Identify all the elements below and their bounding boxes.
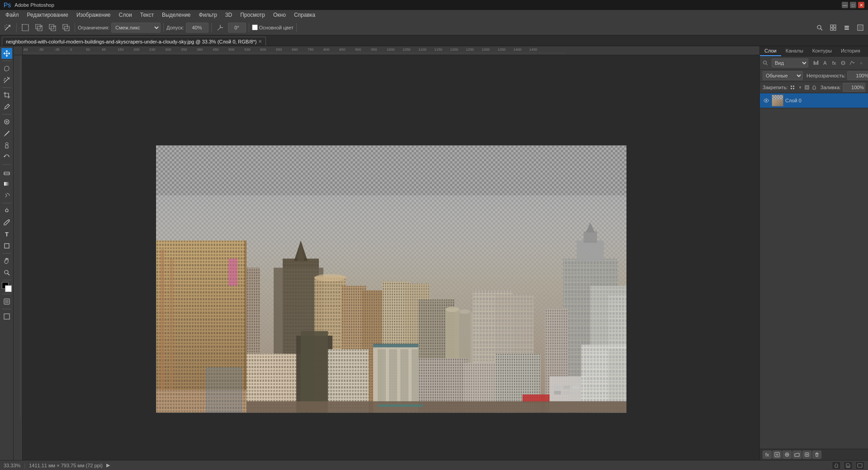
- layers-view-select[interactable]: Вид По виду: [772, 58, 808, 67]
- doc-tab-close[interactable]: ✕: [258, 39, 262, 44]
- layer-visibility-toggle[interactable]: [763, 97, 770, 104]
- svg-rect-110: [170, 259, 173, 412]
- subtract-selection-btn[interactable]: −: [47, 22, 58, 34]
- tolerance-input[interactable]: 40%: [186, 23, 209, 33]
- text-tool-btn[interactable]: T: [1, 229, 12, 240]
- lock-all-btn[interactable]: [811, 83, 817, 91]
- screen-mode-lt-btn[interactable]: [1, 311, 12, 322]
- tab-paths[interactable]: Контуры: [808, 46, 836, 56]
- menu-layers[interactable]: Слои: [115, 11, 136, 19]
- move-tool-btn[interactable]: [1, 48, 12, 59]
- dodge-tool-btn[interactable]: [1, 205, 12, 216]
- layers-filter-effect-btn[interactable]: fx: [830, 59, 838, 67]
- menu-edit[interactable]: Редактирование: [24, 11, 72, 19]
- status-arrow[interactable]: ▶: [106, 462, 110, 468]
- gradient-tool-btn[interactable]: [1, 178, 12, 189]
- add-layer-mask-btn[interactable]: [773, 451, 782, 459]
- status-view-btn[interactable]: [855, 461, 864, 470]
- layers-filter-mode-btn[interactable]: [839, 59, 847, 67]
- menu-filter[interactable]: Фильтр: [195, 11, 221, 19]
- main-color-checkbox[interactable]: [252, 24, 258, 30]
- svg-line-11: [821, 29, 822, 30]
- lock-artboard-btn[interactable]: [804, 83, 810, 91]
- menu-select[interactable]: Выделение: [158, 11, 194, 19]
- doc-tab-main[interactable]: neighborhood-with-colorful-modern-buildi…: [2, 37, 266, 46]
- ruler-top: -60 -50 -35 0 50 85 150 200 230 300 350 …: [23, 46, 759, 55]
- layers-filter-name-btn[interactable]: A: [821, 59, 829, 67]
- angle-input[interactable]: 0°: [228, 23, 246, 33]
- delete-layer-btn[interactable]: [812, 451, 821, 459]
- menu-file[interactable]: Файл: [2, 11, 23, 19]
- quick-mask-btn[interactable]: [1, 296, 12, 307]
- create-group-btn[interactable]: [792, 451, 802, 459]
- tab-history[interactable]: История: [836, 46, 865, 56]
- canvas-viewport[interactable]: [23, 55, 759, 460]
- svg-text:950: 950: [371, 48, 377, 52]
- tab-layers[interactable]: Слои: [760, 46, 781, 56]
- shape-tool-btn[interactable]: [1, 240, 12, 251]
- svg-text:450: 450: [213, 48, 219, 52]
- eraser-tool-btn[interactable]: [1, 167, 12, 177]
- blend-mode-select[interactable]: Обычные Умножение Экран Перекрытие: [763, 71, 803, 80]
- menu-window[interactable]: Окно: [270, 11, 289, 19]
- lock-position-btn[interactable]: [797, 83, 802, 91]
- menu-help[interactable]: Справка: [290, 11, 319, 19]
- status-save-btn[interactable]: [844, 461, 853, 470]
- canvas-area[interactable]: -60 -50 -35 0 50 85 150 200 230 300 350 …: [14, 46, 759, 460]
- maximize-button[interactable]: □: [850, 2, 856, 8]
- svg-text:1050: 1050: [403, 48, 411, 52]
- blur-tool-btn[interactable]: [1, 190, 12, 201]
- tab-actions[interactable]: Операции: [865, 46, 868, 56]
- background-color[interactable]: [5, 285, 12, 292]
- svg-rect-18: [844, 29, 849, 29]
- layers-filter-attr-btn[interactable]: [848, 59, 856, 67]
- add-layer-style-btn[interactable]: fx: [763, 451, 772, 459]
- layer-item-0[interactable]: Слой 0: [760, 93, 868, 108]
- new-layer-btn[interactable]: [802, 451, 811, 459]
- lasso-tool-btn[interactable]: [1, 63, 12, 74]
- restriction-select[interactable]: Смеж.пикс Пиксели Оттенки серого Все: [111, 23, 161, 33]
- close-button[interactable]: ✕: [858, 2, 864, 8]
- eyedropper-tool-btn[interactable]: [1, 101, 12, 112]
- hand-tool-btn[interactable]: [1, 255, 12, 266]
- opacity-input[interactable]: 100%: [847, 71, 868, 80]
- layers-filter-toggle-btn[interactable]: ●: [857, 59, 865, 67]
- svg-text:500: 500: [228, 48, 235, 52]
- stamp-tool-btn[interactable]: [1, 140, 12, 151]
- workspace-btn[interactable]: [841, 22, 853, 34]
- menu-image[interactable]: Изображение: [73, 11, 114, 19]
- create-fill-layer-btn[interactable]: [783, 451, 792, 459]
- title-bar-controls[interactable]: — □ ✕: [842, 2, 864, 8]
- tab-channels[interactable]: Каналы: [781, 46, 808, 56]
- layout-btn[interactable]: [827, 22, 839, 34]
- brush-tool-btn[interactable]: [1, 128, 12, 139]
- new-selection-btn[interactable]: [19, 22, 31, 34]
- screen-mode-btn[interactable]: [854, 22, 866, 34]
- menu-text[interactable]: Текст: [137, 11, 157, 19]
- pen-tool-btn[interactable]: [1, 217, 12, 228]
- status-lock-btn[interactable]: [832, 461, 841, 470]
- lt-sep-6: [2, 253, 11, 254]
- fill-input[interactable]: 100%: [843, 83, 865, 92]
- history-brush-btn[interactable]: [1, 152, 12, 163]
- svg-rect-14: [830, 28, 833, 30]
- magic-wand-tool-btn[interactable]: [2, 22, 14, 34]
- lock-pixels-btn[interactable]: [790, 83, 795, 91]
- main-color-checkbox-label[interactable]: Основной цвет: [252, 24, 294, 30]
- menu-3d[interactable]: 3D: [222, 11, 236, 19]
- search-toolbar-btn[interactable]: [814, 22, 825, 34]
- crop-tool-btn[interactable]: [1, 90, 12, 101]
- menu-view[interactable]: Просмотр: [237, 11, 269, 19]
- layers-filter-type-btn[interactable]: [812, 59, 820, 67]
- add-selection-btn[interactable]: +: [33, 22, 45, 34]
- heal-tool-btn[interactable]: [1, 116, 12, 127]
- minimize-button[interactable]: —: [842, 2, 848, 8]
- intersect-selection-btn[interactable]: [60, 22, 72, 34]
- svg-rect-161: [389, 349, 397, 403]
- title-bar-title: Adobe Photoshop: [14, 2, 54, 8]
- ruler-left-ticks: -60 0 5 1 5 2 5 3 5 4 4 5 5 6 6 7 7 7: [14, 55, 22, 460]
- svg-text:1350: 1350: [498, 48, 506, 52]
- magic-wand-lt-btn[interactable]: [1, 75, 12, 86]
- color-swatches[interactable]: [2, 282, 12, 292]
- zoom-tool-btn[interactable]: [1, 267, 12, 278]
